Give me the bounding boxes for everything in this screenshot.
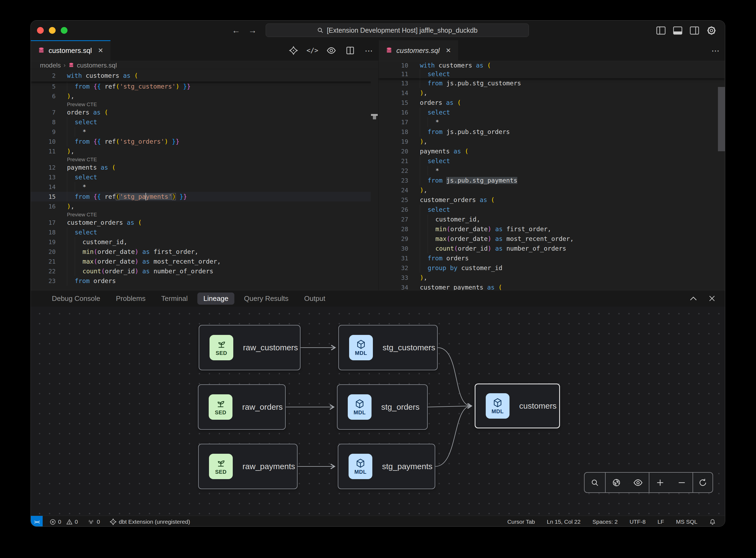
panel-tab-terminal[interactable]: Terminal <box>155 293 193 305</box>
code-line[interactable]: 28min(order_date) as first_order, <box>379 224 725 234</box>
code-line[interactable]: 26select <box>379 205 725 214</box>
codelens-preview-cte[interactable]: Preview CTE <box>67 157 97 162</box>
zoom-in-button[interactable] <box>652 473 668 492</box>
breadcrumb-file[interactable]: customers.sql <box>77 61 117 69</box>
code-line[interactable]: 19), <box>379 137 725 146</box>
more-actions-icon[interactable]: ⋯ <box>364 45 374 56</box>
tab-close-icon[interactable]: ✕ <box>98 47 103 54</box>
code-line[interactable]: 20payments as ( <box>379 146 725 156</box>
code-line[interactable]: 11), <box>31 146 378 156</box>
zoom-window-button[interactable] <box>61 27 68 34</box>
panel-tab-output[interactable]: Output <box>298 293 331 305</box>
forward-arrow-icon[interactable]: → <box>249 26 257 35</box>
panel-tab-query-results[interactable]: Query Results <box>238 293 294 305</box>
dbt-action-icon[interactable] <box>288 45 299 56</box>
overview-ruler[interactable] <box>371 70 378 290</box>
code-line[interactable]: 5from {{ ref('stg_customers') }} <box>31 81 378 91</box>
code-line[interactable]: 34customer_payments as ( <box>379 282 725 290</box>
code-line[interactable]: 18select <box>31 227 378 237</box>
code-line[interactable]: 19customer_id, <box>31 237 378 247</box>
zoom-out-button[interactable] <box>674 473 690 492</box>
settings-gear-icon[interactable] <box>707 26 716 35</box>
code-line[interactable]: 27customer_id, <box>379 214 725 224</box>
code-line[interactable]: 15orders as ( <box>379 98 725 107</box>
close-window-button[interactable] <box>37 27 44 34</box>
dbt-extension-status[interactable]: dbt Extension (unregistered) <box>110 518 190 525</box>
code-line[interactable]: 30count(order_id) as number_of_orders <box>379 244 725 253</box>
ports-status[interactable]: 0 <box>87 518 100 525</box>
vertical-scrollbar[interactable] <box>718 87 725 151</box>
lineage-node-raw_payments[interactable]: SEDraw_payments <box>198 444 297 489</box>
lineage-snapshot-button[interactable] <box>608 473 625 492</box>
command-center[interactable]: [Extension Development Host] jaffle_shop… <box>266 24 529 37</box>
code-line[interactable]: 6), <box>31 91 378 101</box>
code-line[interactable]: 32group by customer_id <box>379 263 725 273</box>
lineage-node-raw_customers[interactable]: SEDraw_customers <box>199 325 301 370</box>
code-line[interactable]: 13from js.pub.stg_customers <box>379 78 725 88</box>
code-line[interactable]: 14), <box>379 88 725 98</box>
codelens-preview-cte[interactable]: Preview CTE <box>67 102 97 107</box>
lineage-node-stg_customers[interactable]: MDLstg_customers <box>338 325 438 370</box>
breadcrumb-folder[interactable]: models <box>40 61 61 69</box>
sticky-code-line[interactable]: 2with customers as ( <box>31 70 378 81</box>
code-line[interactable]: 16select <box>379 107 725 117</box>
code-line[interactable]: 21select <box>379 156 725 166</box>
code-line[interactable]: 14* <box>31 182 378 192</box>
code-line[interactable]: 17customer_orders as ( <box>31 218 378 227</box>
tab-customers-sql-left[interactable]: customers.sql ✕ <box>31 40 110 61</box>
codelens-preview-cte[interactable]: Preview CTE <box>67 212 97 218</box>
lineage-search-button[interactable] <box>587 473 603 492</box>
code-line[interactable]: 9* <box>31 127 378 137</box>
code-line[interactable]: 21max(order_date) as most_recent_order, <box>31 257 378 266</box>
more-actions-icon[interactable]: ⋯ <box>710 45 721 56</box>
cursor-position-status[interactable]: Ln 15, Col 22 <box>547 518 580 525</box>
maximize-panel-chevron-icon[interactable] <box>689 296 697 301</box>
cursor-mode-status[interactable]: Cursor Tab <box>507 518 535 525</box>
lineage-visibility-button[interactable] <box>630 473 646 492</box>
code-line[interactable]: 33), <box>379 273 725 282</box>
split-editor-icon[interactable] <box>345 45 356 56</box>
minimize-window-button[interactable] <box>49 27 56 34</box>
lineage-canvas[interactable]: SEDraw_customersMDLstg_customersSEDraw_o… <box>31 307 725 515</box>
panel-tab-debug-console[interactable]: Debug Console <box>46 293 106 305</box>
remote-indicator[interactable]: >< <box>31 516 43 527</box>
code-line[interactable]: 10from {{ ref('stg_orders') }} <box>31 137 378 146</box>
back-arrow-icon[interactable]: ← <box>232 26 240 35</box>
panel-tab-lineage[interactable]: Lineage <box>198 293 234 305</box>
encoding-status[interactable]: UTF-8 <box>630 518 646 525</box>
code-line[interactable]: 22count(order_id) as number_of_orders <box>31 266 378 276</box>
compile-code-icon[interactable]: </> <box>307 45 318 56</box>
tab-close-icon[interactable]: ✕ <box>445 47 451 54</box>
toggle-primary-sidebar-icon[interactable] <box>656 26 666 34</box>
code-line[interactable]: 29max(order_date) as most_recent_order, <box>379 234 725 244</box>
close-panel-icon[interactable] <box>709 295 715 302</box>
code-line[interactable]: 18from js.pub.stg_orders <box>379 127 725 137</box>
preview-eye-icon[interactable] <box>326 45 337 56</box>
problems-status[interactable]: 0 0 <box>50 518 78 525</box>
sticky-code-line[interactable]: 11select <box>379 70 725 78</box>
lineage-node-stg_payments[interactable]: MDLstg_payments <box>338 444 435 489</box>
code-line[interactable]: 23from js.pub.stg_payments <box>379 176 725 185</box>
code-line[interactable]: 31from orders <box>379 253 725 263</box>
sticky-code-line[interactable]: 10with customers as ( <box>379 61 725 70</box>
code-line[interactable]: 24), <box>379 185 725 195</box>
toggle-secondary-sidebar-icon[interactable] <box>690 26 699 34</box>
lineage-node-stg_orders[interactable]: MDLstg_orders <box>337 384 428 430</box>
code-line[interactable]: 25customer_orders as ( <box>379 195 725 205</box>
notifications-bell-icon[interactable] <box>709 518 716 525</box>
language-mode-status[interactable]: MS SQL <box>676 518 697 525</box>
lineage-node-raw_orders[interactable]: SEDraw_orders <box>198 384 286 430</box>
eol-status[interactable]: LF <box>657 518 664 525</box>
code-line[interactable]: 17* <box>379 117 725 127</box>
panel-tab-problems[interactable]: Problems <box>110 293 152 305</box>
code-line[interactable]: 22* <box>379 166 725 176</box>
code-line[interactable]: 16), <box>31 202 378 211</box>
code-line[interactable]: 8select <box>31 117 378 127</box>
lineage-node-customers[interactable]: MDLcustomers <box>475 383 560 428</box>
code-line[interactable]: 15from {{ ref('stg_payments') }} <box>31 192 378 202</box>
code-line[interactable]: 20min(order_date) as first_order, <box>31 247 378 257</box>
code-line[interactable]: 12payments as ( <box>31 162 378 172</box>
indentation-status[interactable]: Spaces: 2 <box>592 518 618 525</box>
tab-customers-sql-right[interactable]: customers.sql ✕ <box>379 40 458 61</box>
code-line[interactable]: 23from orders <box>31 276 378 286</box>
